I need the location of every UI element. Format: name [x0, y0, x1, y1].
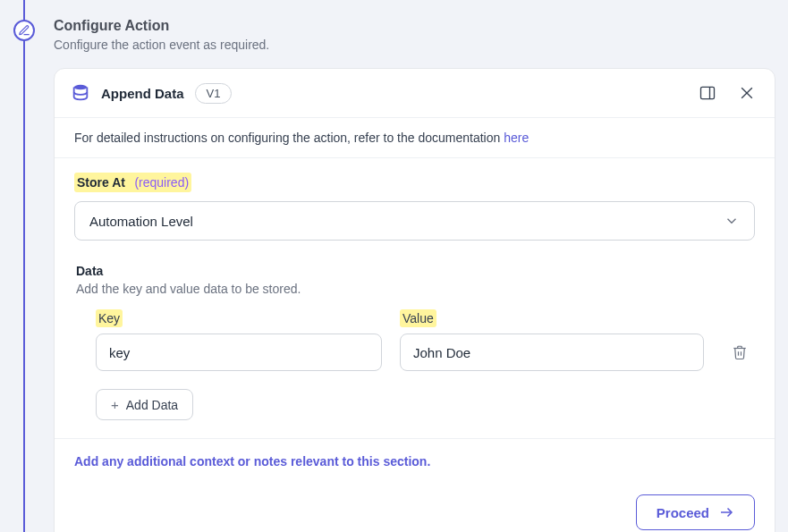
proceed-button[interactable]: Proceed: [636, 494, 755, 530]
card-title: Append Data: [101, 86, 184, 101]
add-notes-link[interactable]: Add any additional context or notes rele…: [74, 454, 430, 469]
value-input[interactable]: John Doe: [400, 334, 704, 371]
arrow-right-icon: [718, 504, 734, 520]
value-column-header: Value: [400, 309, 436, 327]
panel-icon[interactable]: [696, 81, 719, 105]
store-at-label: Store At (required): [74, 173, 191, 192]
key-column-header: Key: [96, 309, 123, 327]
card-header: Append Data V1: [55, 69, 775, 118]
data-row: key John Doe: [76, 334, 755, 371]
instructions-text: For detailed instructions on configuring…: [55, 118, 775, 158]
timeline-line: [23, 0, 25, 532]
key-input[interactable]: key: [96, 334, 382, 371]
svg-point-0: [74, 85, 88, 90]
close-icon[interactable]: [735, 81, 758, 105]
version-badge[interactable]: V1: [195, 83, 233, 104]
section-subtitle: Configure the action event as required.: [54, 38, 775, 52]
data-label: Data: [76, 264, 755, 278]
chevron-down-icon: [724, 213, 740, 229]
store-at-value: Automation Level: [89, 214, 193, 229]
action-card: Append Data V1 For detailed instructions…: [54, 68, 775, 532]
step-node-icon: [13, 20, 35, 41]
store-at-select[interactable]: Automation Level: [74, 201, 755, 241]
section-title: Configure Action: [54, 18, 775, 34]
svg-rect-1: [701, 87, 715, 98]
database-icon: [71, 83, 90, 103]
delete-row-button[interactable]: [727, 340, 752, 365]
add-data-button[interactable]: + Add Data: [96, 389, 193, 420]
data-description: Add the key and value data to be stored.: [76, 282, 755, 296]
docs-link[interactable]: here: [504, 131, 529, 145]
plus-icon: +: [111, 397, 119, 412]
